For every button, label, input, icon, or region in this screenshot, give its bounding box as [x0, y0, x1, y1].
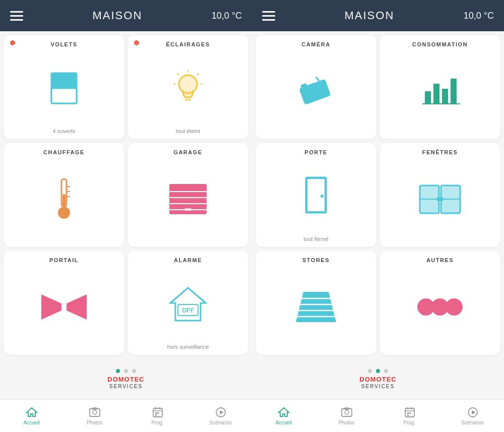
svg-point-30 — [93, 410, 97, 414]
left-header-title: MAISON — [92, 9, 142, 22]
card-garage[interactable]: GARAGE — [128, 143, 248, 247]
porte-status: tout fermé — [303, 236, 329, 242]
left-dot-2[interactable] — [124, 369, 128, 373]
svg-rect-49 — [451, 79, 453, 81]
right-dots — [368, 369, 388, 373]
svg-rect-1 — [51, 73, 77, 88]
card-alarme[interactable]: ALARME OFF hors surveillance — [128, 251, 248, 355]
stores-icon — [260, 267, 372, 347]
svg-rect-60 — [436, 197, 444, 201]
svg-rect-38 — [155, 414, 157, 416]
svg-rect-45 — [425, 91, 431, 104]
logo-top-right: DOMOTEC — [359, 376, 396, 383]
left-bottom-nav: Accueil Photos Prog. — [0, 399, 252, 432]
volets-status-dot — [10, 40, 15, 45]
svg-rect-37 — [157, 412, 159, 414]
left-nav-prog-label: Prog. — [152, 420, 164, 425]
left-nav-scenarios[interactable]: Scénarios — [207, 406, 234, 425]
right-menu-button[interactable] — [262, 11, 275, 21]
right-logo: DOMOTEC SERVICES — [359, 376, 396, 389]
alarme-title: ALARME — [174, 257, 202, 263]
portail-title: PORTAIL — [49, 257, 79, 263]
card-consommation[interactable]: CONSOMMATION — [380, 35, 500, 139]
svg-marker-24 — [41, 294, 61, 320]
left-grid: VOLETS 4 ouverts ÉCLAIRAGES — [0, 31, 252, 359]
chauffage-title: CHAUFFAGE — [43, 149, 85, 155]
left-nav-prog[interactable]: Prog. — [144, 406, 171, 425]
svg-rect-76 — [407, 412, 409, 414]
left-menu-button[interactable] — [10, 11, 23, 21]
right-header: MAISON 10,0 °C — [252, 0, 504, 31]
right-nav-prog-label: Prog. — [404, 420, 416, 425]
right-nav-prog[interactable]: Prog. — [396, 406, 423, 425]
svg-text:OFF: OFF — [182, 307, 194, 314]
garage-icon — [132, 159, 244, 239]
eclairages-status-dot — [134, 40, 139, 45]
left-dot-1[interactable] — [116, 369, 120, 373]
porte-title: PORTE — [304, 149, 327, 155]
svg-marker-61 — [296, 292, 336, 322]
left-header-temp: 10,0 °C — [212, 11, 242, 21]
card-fenetres[interactable]: FENÊTRES — [380, 143, 500, 247]
left-footer: DOMOTEC SERVICES — [0, 359, 252, 399]
left-nav-scenarios-label: Scénarios — [209, 420, 231, 425]
volets-status: 4 ouverts — [52, 128, 75, 134]
svg-rect-47 — [442, 89, 448, 104]
svg-point-53 — [321, 195, 324, 198]
right-bottom-nav: Accueil Photos Prog. — [252, 399, 504, 432]
left-nav-accueil-label: Accueil — [23, 420, 39, 425]
svg-rect-23 — [184, 208, 192, 211]
right-nav-scenarios[interactable]: Scénarios — [459, 406, 486, 425]
card-volets[interactable]: VOLETS 4 ouverts — [4, 35, 124, 139]
right-dot-1[interactable] — [368, 369, 372, 373]
right-nav-photos[interactable]: Photos — [333, 406, 360, 425]
svg-marker-25 — [67, 294, 87, 320]
right-nav-photos-label: Photos — [339, 420, 354, 425]
card-autres[interactable]: AUTRES — [380, 251, 500, 355]
svg-rect-46 — [433, 84, 439, 104]
left-nav-accueil[interactable]: Accueil — [18, 406, 45, 425]
eclairages-status: tout éteint — [176, 128, 200, 134]
svg-point-68 — [446, 298, 463, 316]
stores-title: STORES — [302, 257, 330, 263]
left-dot-3[interactable] — [132, 369, 136, 373]
right-nav-accueil[interactable]: Accueil — [270, 406, 297, 425]
volets-icon — [8, 51, 120, 125]
svg-point-70 — [345, 410, 349, 414]
camera-icon — [260, 51, 372, 131]
svg-marker-40 — [220, 410, 224, 414]
right-dot-3[interactable] — [384, 369, 388, 373]
consommation-icon — [384, 51, 496, 131]
svg-line-8 — [197, 74, 199, 75]
right-footer: DOMOTEC SERVICES — [252, 359, 504, 399]
svg-point-6 — [179, 75, 197, 93]
right-grid: CAMÉRA CONSOMMATION — [252, 31, 504, 359]
svg-marker-80 — [472, 410, 476, 414]
fenetres-title: FENÊTRES — [422, 149, 458, 155]
card-camera[interactable]: CAMÉRA — [256, 35, 376, 139]
eclairages-title: ÉCLAIRAGES — [166, 41, 210, 47]
card-portail[interactable]: PORTAIL — [4, 251, 124, 355]
right-header-title: MAISON — [344, 9, 394, 22]
left-dots — [116, 369, 136, 373]
left-nav-photos[interactable]: Photos — [81, 406, 108, 425]
svg-rect-36 — [155, 412, 157, 414]
logo-bottom-left: SERVICES — [107, 384, 144, 389]
logo-top-left: DOMOTEC — [107, 376, 144, 383]
card-stores[interactable]: STORES — [256, 251, 376, 355]
autres-icon — [384, 267, 496, 347]
right-nav-scenarios-label: Scénarios — [461, 420, 483, 425]
right-header-temp: 10,0 °C — [464, 11, 494, 21]
autres-title: AUTRES — [426, 257, 454, 263]
camera-title: CAMÉRA — [301, 41, 330, 47]
card-eclairages[interactable]: ÉCLAIRAGES — [128, 35, 248, 139]
alarme-icon: OFF — [132, 267, 244, 341]
left-panel: MAISON 10,0 °C VOLETS 4 ouverts — [0, 0, 252, 432]
svg-rect-41 — [299, 79, 331, 105]
svg-rect-2 — [51, 88, 77, 103]
right-dot-2[interactable] — [376, 369, 380, 373]
garage-title: GARAGE — [173, 149, 202, 155]
card-porte[interactable]: PORTE tout fermé — [256, 143, 376, 247]
card-chauffage[interactable]: CHAUFFAGE — [4, 143, 124, 247]
svg-rect-78 — [407, 414, 409, 416]
